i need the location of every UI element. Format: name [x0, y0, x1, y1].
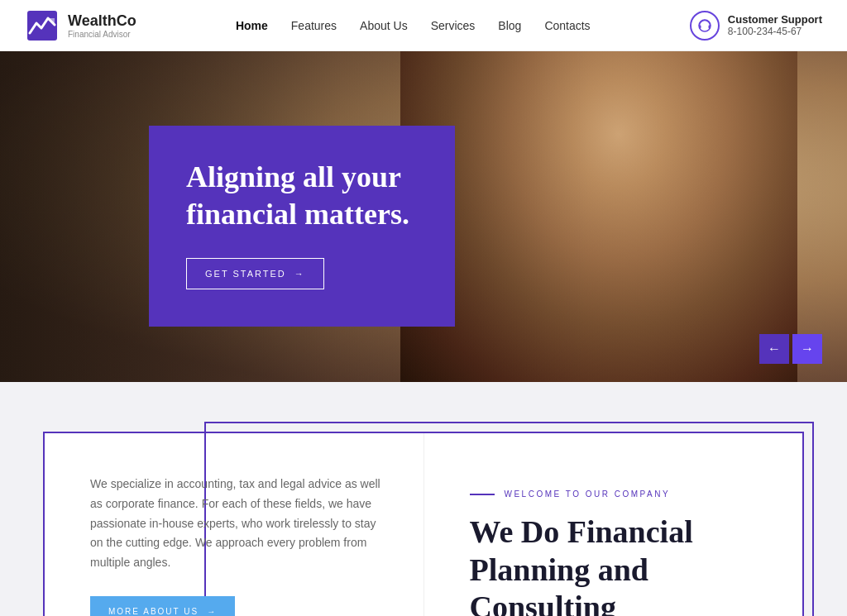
hero-section: Aligning all your financial matters. GET…: [0, 51, 847, 382]
slider-prev-button[interactable]: ←: [759, 334, 789, 364]
more-btn-label: MORE ABOUT US: [108, 607, 199, 616]
hero-cta-label: GET STARTED: [205, 269, 286, 279]
nav-item-features[interactable]: Features: [291, 19, 337, 32]
slider-next-button[interactable]: →: [792, 334, 822, 364]
welcome-label-row: WELCOME TO OUR COMPANY: [470, 489, 762, 499]
svg-rect-5: [708, 25, 711, 28]
prev-arrow-icon: ←: [768, 341, 781, 356]
info-right-title: We Do Financial Planning and Consulting: [470, 513, 762, 616]
headset-icon: [696, 17, 713, 34]
hero-cta-button[interactable]: GET STARTED →: [186, 258, 324, 289]
nav-item-about[interactable]: About Us: [360, 19, 408, 32]
support-area: Customer Support 8-100-234-45-67: [690, 11, 822, 41]
hero-title: Aligning all your financial matters.: [186, 159, 418, 233]
main-nav: Home Features About Us Services Blog Con…: [236, 19, 591, 32]
welcome-text: WELCOME TO OUR COMPANY: [505, 489, 671, 499]
svg-rect-4: [699, 25, 701, 28]
nav-item-contacts[interactable]: Contacts: [544, 19, 590, 32]
info-card: We specialize in accounting, tax and leg…: [43, 432, 804, 616]
more-btn-arrow: →: [207, 607, 217, 616]
header: WealthCo Financial Advisor Home Features…: [0, 0, 847, 51]
support-text-block: Customer Support 8-100-234-45-67: [728, 13, 822, 37]
logo-text-block: WealthCo Financial Advisor: [68, 12, 136, 39]
more-about-us-button[interactable]: MORE ABOUT US →: [90, 596, 235, 616]
nav-item-blog[interactable]: Blog: [498, 19, 521, 32]
slider-controls: ← →: [759, 334, 822, 364]
info-description: We specialize in accounting, tax and leg…: [90, 475, 382, 573]
support-icon: [690, 11, 720, 41]
nav-item-home[interactable]: Home: [236, 19, 268, 32]
info-left-panel: We specialize in accounting, tax and leg…: [45, 433, 424, 616]
next-arrow-icon: →: [801, 341, 814, 356]
hero-card: Aligning all your financial matters. GET…: [149, 126, 455, 327]
logo-name: WealthCo: [68, 12, 136, 30]
logo-icon: [25, 8, 60, 43]
support-number: 8-100-234-45-67: [728, 26, 822, 37]
info-right-panel: WELCOME TO OUR COMPANY We Do Financial P…: [424, 433, 803, 616]
hero-cta-arrow: →: [294, 269, 305, 279]
support-label: Customer Support: [728, 13, 822, 26]
logo-tagline: Financial Advisor: [68, 30, 136, 39]
below-hero-section: We specialize in accounting, tax and leg…: [0, 382, 847, 616]
logo-area: WealthCo Financial Advisor: [25, 8, 136, 43]
welcome-line-decoration: [470, 494, 495, 495]
nav-item-services[interactable]: Services: [431, 19, 476, 32]
